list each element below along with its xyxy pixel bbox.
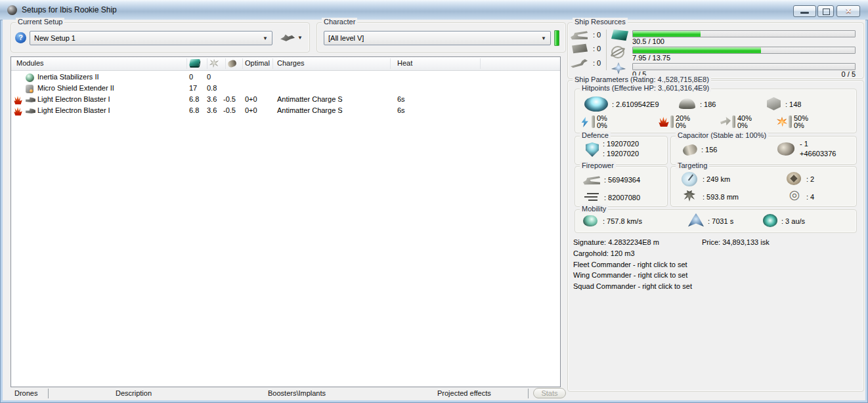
kinetic-resist-bottom: 0% xyxy=(737,122,764,129)
blaster-icon xyxy=(26,96,35,104)
module-charge-value: Antimatter Charge S xyxy=(277,106,343,114)
rigs-slots-count: : 0 xyxy=(593,59,601,67)
armor-hp-icon xyxy=(679,98,695,109)
column-powergrid-icon[interactable] xyxy=(209,59,219,69)
ship-menu-button[interactable]: ▼ xyxy=(276,30,307,45)
speed-icon xyxy=(583,215,597,226)
module-cpu-value: 17 xyxy=(189,84,197,92)
current-setup-group: Current Setup New Setup 1 ▼ ▼ xyxy=(11,22,310,53)
character-select[interactable]: [All level V] ▼ xyxy=(324,31,551,45)
targeting-group: Targeting : 249 km : 593.8 mm : 2 : 4 xyxy=(670,166,857,207)
launcher-slots-count: : 0 xyxy=(593,45,601,53)
bottom-tab-drones[interactable]: Drones xyxy=(14,389,37,397)
inertia-icon xyxy=(26,74,34,82)
bottom-bar: DronesDescriptionBoosters\ImplantsProjec… xyxy=(8,388,565,400)
signature-resolution-value: : 593.8 mm xyxy=(703,193,739,201)
powergrid-icon xyxy=(611,46,624,58)
shieldext-icon xyxy=(26,85,33,93)
scan-resolution-value: : 4 xyxy=(806,193,814,201)
table-row[interactable]: Inertia Stabilizers II00 xyxy=(11,72,560,83)
ship-resources-group: Ship Resources : 0: 0: 0 30.5 / 1007.95 … xyxy=(567,22,864,79)
stats-button[interactable]: Stats xyxy=(533,388,566,398)
maximize-button[interactable] xyxy=(817,5,834,17)
ship-parameters-label: Ship Parameters (Rating: 4.,528,715,8E8) xyxy=(573,75,711,83)
column-optimal[interactable]: Optimal xyxy=(245,59,270,67)
defence-label: Defence xyxy=(580,131,611,139)
em-resist-gauge xyxy=(592,116,595,128)
turret-slots-count: : 0 xyxy=(593,31,601,39)
mobility-group: Mobility : 757.8 km/s : 7031 s : 3 au/s xyxy=(575,209,857,233)
module-rows: Inertia Stabilizers II00Micro Shield Ext… xyxy=(11,72,560,116)
minimize-button[interactable] xyxy=(793,5,816,17)
capacitor-group: Capacitor (Stable at: 100%) : 156 - 1 +4… xyxy=(670,136,857,165)
squad-commander-text[interactable]: Squad Commander - right click to set xyxy=(573,282,692,290)
price-text: Price: 34,893,133 isk xyxy=(702,238,770,246)
table-row[interactable]: Micro Shield Extender II170.8 xyxy=(11,83,560,94)
titlebar[interactable]: Setups for Ibis Rookie Ship × xyxy=(0,0,868,20)
module-cap-value: -0.5 xyxy=(223,106,236,114)
wing-commander-text[interactable]: Wing Commander - right click to set xyxy=(573,271,687,279)
max-targets-icon xyxy=(787,172,801,185)
ship-resources-label: Ship Resources xyxy=(573,18,628,26)
column-capacitor-icon[interactable] xyxy=(228,60,236,68)
chevron-down-icon: ▼ xyxy=(541,35,546,41)
bottom-tab-boosters-implants[interactable]: Boosters\Implants xyxy=(268,389,326,397)
defence-value-2: : 19207020 xyxy=(603,150,639,158)
module-cpu-value: 6.8 xyxy=(189,95,199,103)
fleet-commander-text[interactable]: Fleet Commander - right click to set xyxy=(573,261,687,268)
current-setup-select[interactable]: New Setup 1 ▼ xyxy=(30,31,272,45)
thermal-resist-bottom: 0% xyxy=(676,122,702,129)
overheat-flame-icon xyxy=(14,96,22,104)
table-row[interactable]: Light Electron Blaster I6.83.6-0.50+0Ant… xyxy=(11,94,560,105)
minimize-icon xyxy=(800,12,809,14)
signature-text: Signature: 4.2832234E8 m xyxy=(573,238,659,246)
character-label: Character xyxy=(322,18,357,26)
module-cpu-value: 6.8 xyxy=(189,106,199,114)
column-cpu-icon[interactable] xyxy=(190,59,200,68)
powergrid-bar-text: 7.95 / 13.75 xyxy=(632,54,670,62)
window-title: Setups for Ibis Rookie Ship xyxy=(22,5,117,14)
explosive-resist-icon xyxy=(777,117,787,127)
module-powergrid-value: 3.6 xyxy=(207,95,217,103)
module-powergrid-value: 3.6 xyxy=(207,106,217,114)
module-charge-value: Antimatter Charge S xyxy=(277,95,343,103)
warp-speed-value: : 3 au/s xyxy=(781,217,805,225)
capacitor-label: Capacitor (Stable at: 100%) xyxy=(676,131,768,139)
window: Setups for Ibis Rookie Ship × Current Se… xyxy=(0,0,868,403)
structure-hp-value: : 148 xyxy=(785,100,801,108)
cargohold-text: Cargohold: 120 m3 xyxy=(573,249,635,257)
close-button[interactable]: × xyxy=(836,5,860,17)
cpu-bar-text: 30.5 / 100 xyxy=(632,37,664,45)
shield-hp-icon xyxy=(584,96,608,112)
column-charges[interactable]: Charges xyxy=(277,59,305,67)
explosive-resist-gauge xyxy=(789,116,792,128)
capacitor-capacity-value: : 156 xyxy=(701,146,717,154)
module-name: Light Electron Blaster I xyxy=(37,106,110,114)
current-setup-value: New Setup 1 xyxy=(34,34,76,42)
module-cpu-value: 0 xyxy=(189,73,193,81)
client-area: Current Setup New Setup 1 ▼ ▼ Character … xyxy=(3,20,865,400)
column-modules[interactable]: Modules xyxy=(16,59,44,67)
bottom-tab-description[interactable]: Description xyxy=(116,389,152,397)
defence-shield-icon xyxy=(586,142,599,157)
defence-group: Defence : 19207020 : 19207020 xyxy=(575,136,668,165)
help-icon[interactable] xyxy=(15,32,26,43)
em-resist-icon xyxy=(580,117,590,127)
explosive-resist-values: 50%0% xyxy=(794,115,820,129)
character-group: Character [All level V] ▼ xyxy=(316,22,566,53)
thermal-resist-values: 20%0% xyxy=(676,115,702,129)
targeting-range-value: : 249 km xyxy=(703,175,730,183)
character-status-bar xyxy=(554,30,559,46)
column-heat[interactable]: Heat xyxy=(397,59,412,67)
armor-hp-value: : 186 xyxy=(700,100,716,108)
targeting-range-icon xyxy=(682,172,697,186)
module-name: Micro Shield Extender II xyxy=(37,84,114,92)
bottom-tab-projected-effects[interactable]: Projected effects xyxy=(437,389,491,397)
app-icon xyxy=(7,5,17,15)
signature-resolution-icon xyxy=(683,190,696,202)
calibration-bar xyxy=(632,63,856,70)
module-powergrid-value: 0 xyxy=(207,73,211,81)
capacitor-recharge-icon xyxy=(777,142,794,156)
module-name: Light Electron Blaster I xyxy=(37,95,110,103)
table-row[interactable]: Light Electron Blaster I6.83.6-0.50+0Ant… xyxy=(11,105,560,116)
